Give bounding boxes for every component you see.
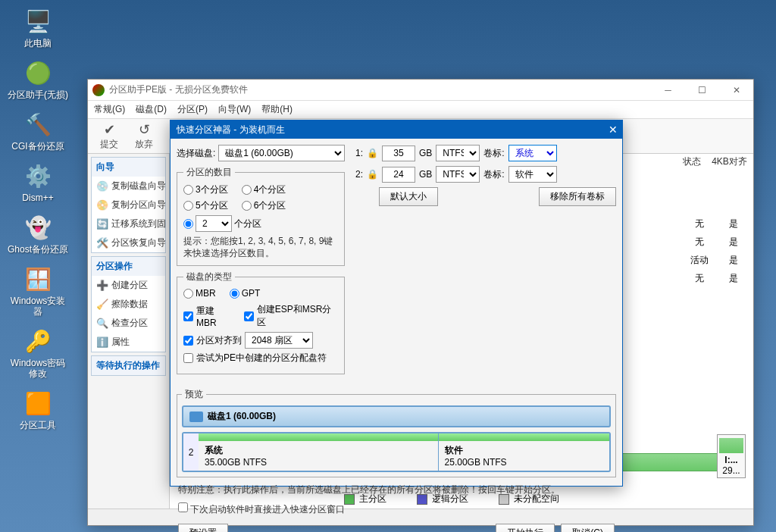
preview-group: 预览 磁盘1 (60.00GB) 2 系统35.00GB NTFS 软件25.0… — [177, 388, 616, 477]
align-select[interactable]: 2048 扇区 — [245, 332, 313, 349]
column-headers: 状态 4KB对齐 — [674, 154, 750, 169]
partition-block[interactable]: I:... 29... — [717, 434, 746, 478]
preview-disk-header: 磁盘1 (60.00GB) — [182, 405, 611, 427]
preview-partition-1[interactable]: 系统35.00GB NTFS — [199, 433, 439, 471]
chk-rebuild-mbr[interactable]: 重建MBR — [183, 303, 233, 329]
table-row[interactable]: 活动是 — [682, 251, 750, 269]
toolbar-discard[interactable]: ↺放弃 — [130, 120, 158, 152]
radio-4[interactable]: 4个分区 — [242, 183, 286, 196]
size-input-1[interactable] — [382, 146, 415, 161]
lock-icon[interactable]: 🔒 — [367, 169, 378, 180]
disk-type-group: 磁盘的类型 MBR GPT 重建MBR 创建ESP和MSR分区 分区对齐到 20… — [177, 271, 345, 374]
desktop-icon-partition-assistant[interactable]: 🟢分区助手(无损) — [8, 58, 68, 100]
radio-6[interactable]: 6个分区 — [242, 199, 286, 212]
check-icon: ✔ — [104, 121, 115, 138]
desktop-icon-cgi-backup[interactable]: 🔨CGI备份还原 — [8, 109, 68, 152]
undo-icon: ↺ — [139, 121, 150, 138]
radio-gpt[interactable]: GPT — [230, 288, 261, 299]
titlebar: 分区助手PE版 - 无损分区免费软件 ─ ☐ ✕ — [88, 80, 753, 101]
col-4k: 4KB对齐 — [709, 155, 750, 168]
menu-partition[interactable]: 分区(P) — [177, 103, 208, 116]
sidebar-item-props[interactable]: ℹ️属性 — [92, 333, 165, 352]
chk-assign-letter[interactable]: 尝试为PE中创建的分区分配盘符 — [183, 352, 338, 365]
erase-icon: 🧹 — [96, 299, 108, 311]
sidebar-group-ops: 分区操作 — [92, 257, 165, 276]
sidebar-item-migrate-os[interactable]: 🔄迁移系统到固 — [92, 214, 165, 233]
dialog-title: 快速分区神器 - 为装机而生 — [177, 124, 285, 136]
desktop-icon-win-installer[interactable]: 🪟Windows安装器 — [8, 264, 68, 317]
disk-icon — [189, 412, 203, 422]
table-row[interactable]: 无是 — [682, 233, 750, 251]
desktop-icon-ghost[interactable]: 👻Ghost备份还原 — [8, 212, 68, 255]
info-icon: ℹ️ — [96, 336, 108, 349]
warning-text: 特别注意：执行此操作后，当前所选磁盘上已经存在的所有分区将被删除！按回车键开始分… — [171, 480, 622, 499]
partition-count-group: 分区的数目 3个分区 4个分区 5个分区 6个分区 2 个分区 提示：您能按1,… — [177, 166, 345, 266]
count-hint: 提示：您能按1, 2, 3, 4, 5, 6, 7, 8, 9键来快速选择分区数… — [183, 235, 338, 259]
desktop-icon-dism[interactable]: ⚙️Dism++ — [8, 161, 68, 203]
sidebar: 向导 💿复制磁盘向导 📀复制分区向导 🔄迁移系统到固 🛠️分区恢复向导 分区操作… — [88, 154, 170, 509]
desktop: 🖥️此电脑 🟢分区助手(无损) 🔨CGI备份还原 ⚙️Dism++ 👻Ghost… — [0, 0, 76, 532]
chk-align[interactable]: 分区对齐到 2048 扇区 — [183, 332, 338, 349]
radio-mbr[interactable]: MBR — [183, 288, 216, 299]
desktop-icon-this-pc[interactable]: 🖥️此电脑 — [8, 6, 68, 49]
clear-labels-button[interactable]: 移除所有卷标 — [539, 187, 616, 206]
preset-button[interactable]: 预设置 — [178, 524, 228, 532]
menu-general[interactable]: 常规(G) — [94, 103, 125, 116]
preview-count: 2 — [183, 433, 199, 471]
sidebar-item-recover[interactable]: 🛠️分区恢复向导 — [92, 233, 165, 252]
disk-select[interactable]: 磁盘1 (60.00GB) — [218, 145, 345, 161]
fs-select-1[interactable]: NTFS — [436, 145, 480, 161]
sidebar-item-copy-partition[interactable]: 📀复制分区向导 — [92, 196, 165, 214]
desktop-icon-disk-tool[interactable]: 🟧分区工具 — [8, 388, 68, 430]
minimize-button[interactable]: ─ — [651, 80, 685, 101]
chevron-icon: ︽ — [234, 527, 241, 532]
data-rows: 无是 无是 活动是 无是 — [682, 214, 750, 287]
radio-3[interactable]: 3个分区 — [183, 183, 228, 196]
desktop-icon-win-password[interactable]: 🔑Windows密码修改 — [8, 326, 68, 379]
menubar: 常规(G) 磁盘(D) 分区(P) 向导(W) 帮助(H) — [88, 101, 753, 119]
radio-custom[interactable]: 2 个分区 — [183, 215, 261, 232]
sidebar-group-pending: 等待执行的操作 — [92, 356, 165, 375]
partition-icon: 📀 — [96, 199, 108, 211]
preview-partition-2[interactable]: 软件25.00GB NTFS — [439, 433, 609, 471]
disk-icon: 💿 — [96, 180, 108, 192]
quick-partition-dialog: 快速分区神器 - 为装机而生 ✕ 选择磁盘: 磁盘1 (60.00GB) 分区的… — [170, 120, 623, 487]
recover-icon: 🛠️ — [96, 237, 108, 249]
partition-row-1: 1: 🔒 GB NTFS 卷标: 系统 — [351, 145, 616, 161]
vol-select-2[interactable]: 软件 — [508, 166, 557, 183]
table-row[interactable]: 无是 — [682, 214, 750, 233]
col-status: 状态 — [674, 155, 709, 168]
plus-icon: ➕ — [96, 280, 108, 292]
fs-select-2[interactable]: NTFS — [436, 166, 480, 183]
menu-wizard[interactable]: 向导(W) — [218, 103, 251, 116]
size-input-2[interactable] — [382, 167, 415, 183]
vol-select-1[interactable]: 系统 — [508, 145, 557, 161]
cancel-button[interactable]: 取消(C) — [561, 524, 615, 532]
partition-row-2: 2: 🔒 GB NTFS 卷标: 软件 — [351, 166, 616, 183]
default-size-button[interactable]: 默认大小 — [379, 187, 438, 206]
menu-help[interactable]: 帮助(H) — [261, 103, 293, 116]
close-button[interactable]: ✕ — [719, 80, 753, 101]
dialog-titlebar: 快速分区神器 - 为装机而生 ✕ — [171, 120, 622, 139]
app-icon — [92, 84, 105, 96]
maximize-button[interactable]: ☐ — [685, 80, 719, 101]
sidebar-item-wipe[interactable]: 🧹擦除数据 — [92, 295, 165, 314]
sidebar-item-create[interactable]: ➕创建分区 — [92, 276, 165, 295]
start-button[interactable]: 开始执行 — [496, 524, 555, 532]
menu-disk[interactable]: 磁盘(D) — [136, 103, 167, 116]
sidebar-group-wizard: 向导 — [92, 158, 165, 177]
sidebar-item-copy-disk[interactable]: 💿复制磁盘向导 — [92, 177, 165, 196]
check-icon: 🔍 — [96, 318, 108, 330]
radio-5[interactable]: 5个分区 — [183, 199, 228, 212]
chk-create-esp[interactable]: 创建ESP和MSR分区 — [244, 303, 338, 329]
window-title: 分区助手PE版 - 无损分区免费软件 — [109, 83, 651, 96]
migrate-icon: 🔄 — [96, 218, 108, 230]
disk-label: 选择磁盘: — [177, 147, 215, 160]
chk-open-next-time[interactable]: 下次启动软件时直接进入快速分区窗口 — [178, 504, 345, 515]
table-row[interactable]: 无是 — [682, 269, 750, 287]
custom-count-select[interactable]: 2 — [196, 215, 232, 232]
sidebar-item-check[interactable]: 🔍检查分区 — [92, 314, 165, 333]
toolbar-commit[interactable]: ✔提交 — [95, 120, 123, 152]
lock-icon[interactable]: 🔒 — [367, 148, 378, 158]
dialog-close-button[interactable]: ✕ — [604, 124, 622, 136]
